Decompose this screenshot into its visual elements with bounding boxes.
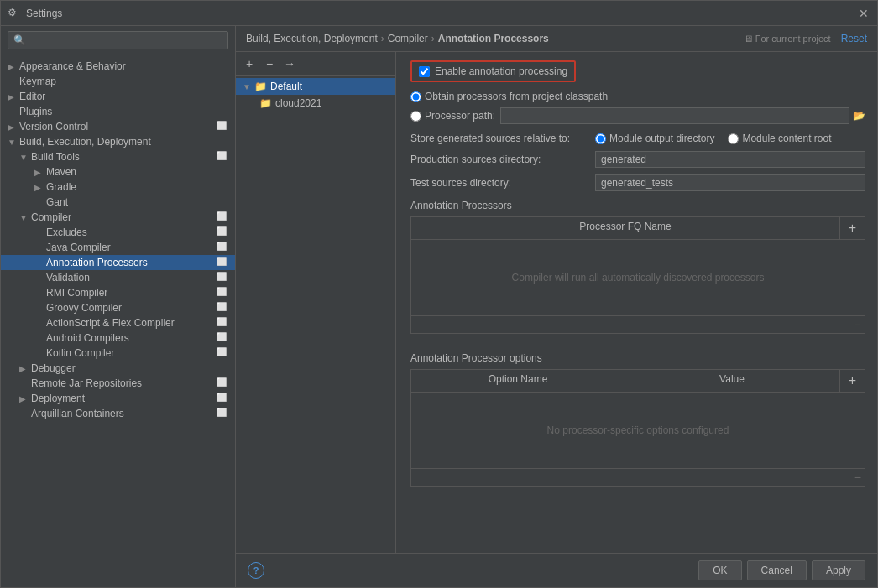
sidebar-item-java-compiler[interactable]: Java Compiler ⬜ [1,240,235,255]
profile-item-cloud2021[interactable]: 📁 cloud2021 [236,95,395,112]
ext-icon: ⬜ [217,226,228,238]
ext-icon: ⬜ [217,347,228,359]
sidebar-label: Gradle [46,181,228,193]
table-header: Processor FQ Name + [411,217,865,240]
profile-item-default[interactable]: ▼ 📁 Default [236,78,395,95]
profile-toolbar: + − → [236,52,395,76]
arrow-icon [19,409,31,419]
arrow-icon [34,198,46,207]
sidebar-label: Groovy Compiler [46,302,213,314]
ext-icon: ⬜ [217,151,228,163]
settings-window: ⚙ Settings ✕ ▶ Appearance & Behavior Key… [0,0,878,588]
module-content-radio[interactable] [728,133,739,144]
add-processor-button[interactable]: + [839,217,865,239]
right-panel: Build, Execution, Deployment › Compiler … [236,26,877,587]
arrow-icon: ▶ [8,92,19,101]
sidebar-item-appearance[interactable]: ▶ Appearance & Behavior [1,59,235,74]
sidebar-item-editor[interactable]: ▶ Editor [1,89,235,104]
store-options: Module output directory Module content r… [595,133,831,144]
sidebar-item-validation[interactable]: Validation ⬜ [1,270,235,285]
sidebar-item-plugins[interactable]: Plugins [1,104,235,119]
arrow-icon [19,379,31,388]
ext-icon: ⬜ [217,121,228,133]
profile-name: Default [270,81,388,92]
sidebar-label: Excludes [46,226,213,238]
remove-profile-button[interactable]: − [261,55,278,72]
sidebar-item-gradle[interactable]: ▶ Gradle [1,180,235,195]
ext-icon: ⬜ [217,332,228,344]
ext-icon: ⬜ [217,211,228,223]
cancel-button[interactable]: Cancel [747,560,807,580]
help-button[interactable]: ? [248,562,264,579]
sidebar-item-build[interactable]: ▼ Build, Execution, Deployment [1,134,235,149]
sidebar-item-annotation-processors[interactable]: Annotation Processors ⬜ [1,255,235,270]
settings-window-icon: ⚙ [8,7,21,20]
ext-icon: ⬜ [217,393,228,404]
sidebar-label: Build Tools [31,151,213,163]
remove-option-button[interactable]: − [854,471,861,484]
sidebar-item-actionscript[interactable]: ActionScript & Flex Compiler ⬜ [1,315,235,330]
sidebar-item-groovy-compiler[interactable]: Groovy Compiler ⬜ [1,300,235,315]
add-option-button[interactable]: + [839,370,865,392]
breadcrumb-part3: Annotation Processors [438,33,549,44]
arrow-icon: ▼ [8,138,19,147]
module-content-label: Module content root [742,133,831,144]
sidebar-item-keymap[interactable]: Keymap [1,74,235,89]
sidebar-item-gant[interactable]: Gant [1,195,235,210]
arrow-icon [34,289,46,298]
sidebar-item-deployment[interactable]: ▶ Deployment ⬜ [1,391,235,406]
arrow-icon [34,228,46,237]
annotation-processors-table: Processor FQ Name + Compiler will run al… [410,216,865,334]
annotation-options-container: Option Name Value + No processor-specifi… [410,369,865,487]
sidebar-item-compiler[interactable]: ▼ Compiler ⬜ [1,210,235,225]
module-output-radio[interactable] [595,133,606,144]
enable-row: Enable annotation processing [410,60,576,82]
add-profile-button[interactable]: + [241,55,258,72]
sidebar-item-debugger[interactable]: ▶ Debugger [1,361,235,376]
search-input[interactable] [8,31,228,49]
sidebar-item-build-tools[interactable]: ▼ Build Tools ⬜ [1,149,235,164]
profile-pane: + − → ▼ 📁 Default 📁 cloud2021 [236,52,395,553]
folder-icon: 📁 [254,81,267,92]
ok-button[interactable]: OK [698,560,741,580]
obtain-option-row: Obtain processors from project classpath [410,91,865,102]
sidebar-item-kotlin-compiler[interactable]: Kotlin Compiler ⬜ [1,346,235,361]
sidebar-label: Keymap [19,75,228,87]
sidebar-item-excludes[interactable]: Excludes ⬜ [1,225,235,240]
store-label: Store generated sources relative to: [410,133,595,144]
sidebar-label: Appearance & Behavior [19,60,228,72]
apply-button[interactable]: Apply [812,560,865,580]
breadcrumb-bar: Build, Execution, Deployment › Compiler … [236,26,877,52]
browse-button[interactable]: 📂 [853,110,865,122]
sidebar-item-rmi-compiler[interactable]: RMI Compiler ⬜ [1,285,235,300]
arrow-icon: ▼ [19,213,31,222]
sidebar-item-arquillian[interactable]: Arquillian Containers ⬜ [1,406,235,421]
sidebar-item-version-control[interactable]: ▶ Version Control ⬜ [1,119,235,134]
test-input[interactable] [595,174,865,191]
reset-button[interactable]: Reset [841,33,867,44]
processor-path-radio[interactable] [410,111,421,122]
option-name-header: Option Name [411,370,625,392]
processor-path-input[interactable] [500,107,849,124]
ext-icon: ⬜ [217,257,228,268]
arrow-icon: ▶ [34,183,46,192]
remove-processor-button[interactable]: − [854,318,861,331]
sidebar-item-android-compilers[interactable]: Android Compilers ⬜ [1,330,235,346]
ext-icon: ⬜ [217,408,228,419]
arrow-icon: ▼ [19,153,31,162]
sidebar-label: Remote Jar Repositories [31,377,213,389]
sidebar-item-maven[interactable]: ▶ Maven [1,164,235,180]
close-button[interactable]: ✕ [857,7,870,20]
sidebar-label: Version Control [19,121,213,133]
obtain-radio[interactable] [410,91,421,102]
bottom-bar: ? OK Cancel Apply [236,553,877,587]
production-input[interactable] [595,151,865,168]
copy-profile-button[interactable]: → [281,55,298,72]
breadcrumb-arrow2: › [431,33,435,44]
test-dir-row: Test sources directory: [410,174,865,191]
sidebar-item-remote-jar[interactable]: Remote Jar Repositories ⬜ [1,376,235,391]
value-header: Value [625,370,839,392]
ext-icon: ⬜ [217,272,228,284]
enable-checkbox[interactable] [419,66,430,77]
profile-name: cloud2021 [275,97,321,109]
